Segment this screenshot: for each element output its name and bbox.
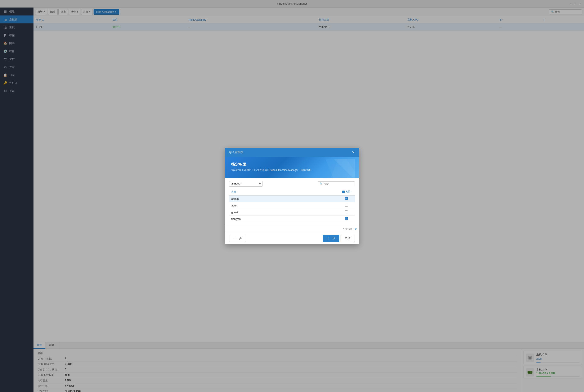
allow-checkbox[interactable] bbox=[345, 210, 348, 213]
dialog-banner: 指定权限 指定权限可让用户开启/关闭或重启 Virtual Machine Ma… bbox=[225, 157, 359, 178]
allow-all-checkbox[interactable] bbox=[342, 190, 345, 193]
checkmark-icon bbox=[345, 217, 348, 220]
dialog-close-button[interactable]: ✕ bbox=[351, 150, 355, 154]
dialog-overlay: 导入虚拟机 ✕ 指定权限 指定权限可让用户开启/关闭或重启 Virtual Ma… bbox=[0, 0, 584, 392]
user-allow-cell bbox=[338, 209, 355, 216]
user-table-row[interactable]: adult bbox=[229, 202, 355, 209]
dialog-body: 本地用户 🔍 名称 bbox=[225, 178, 359, 226]
user-table-row[interactable]: guest bbox=[229, 209, 355, 216]
user-name-cell: guest bbox=[229, 209, 338, 216]
import-vm-dialog: 导入虚拟机 ✕ 指定权限 指定权限可让用户开启/关闭或重启 Virtual Ma… bbox=[225, 148, 359, 244]
banner-decoration bbox=[313, 159, 355, 178]
allow-checkbox[interactable] bbox=[345, 204, 348, 207]
filter-search-box: 🔍 bbox=[318, 181, 355, 186]
prev-button[interactable]: 上一步 bbox=[229, 235, 246, 242]
users-col-allow: 允许 bbox=[338, 189, 355, 195]
item-count: 4 个项目 bbox=[227, 227, 353, 231]
user-name-cell: adult bbox=[229, 202, 338, 209]
user-allow-cell bbox=[338, 216, 355, 222]
dialog-footer-bar: 4 个项目 ↻ bbox=[225, 226, 359, 232]
indeterminate-icon bbox=[342, 191, 345, 193]
user-allow-cell bbox=[338, 195, 355, 202]
next-button[interactable]: 下一步 bbox=[323, 235, 339, 242]
user-allow-cell bbox=[338, 202, 355, 209]
dialog-title: 导入虚拟机 bbox=[229, 150, 243, 154]
user-table-row[interactable]: tianjyan bbox=[229, 216, 355, 222]
cancel-button[interactable]: 取消 bbox=[341, 235, 355, 242]
user-name-cell: tianjyan bbox=[229, 216, 338, 222]
user-type-select[interactable]: 本地用户 bbox=[229, 181, 263, 186]
user-table-row[interactable]: admin bbox=[229, 195, 355, 202]
users-col-name: 名称 bbox=[229, 189, 338, 195]
filter-search-icon: 🔍 bbox=[320, 182, 323, 185]
banner-deco-svg bbox=[313, 159, 355, 178]
user-name-cell: admin bbox=[229, 195, 338, 202]
allow-checkbox[interactable] bbox=[345, 197, 348, 200]
filter-row: 本地用户 🔍 bbox=[229, 181, 355, 186]
dialog-actions: 上一步 下一步 取消 bbox=[225, 232, 359, 244]
dialog-header: 导入虚拟机 ✕ bbox=[225, 148, 359, 157]
right-action-buttons: 下一步 取消 bbox=[323, 235, 355, 242]
users-table: 名称 允许 admin bbox=[229, 189, 355, 222]
refresh-button[interactable]: ↻ bbox=[354, 227, 357, 230]
allow-checkbox[interactable] bbox=[345, 217, 348, 220]
checkmark-icon bbox=[345, 197, 348, 200]
filter-search-input[interactable] bbox=[324, 182, 353, 185]
